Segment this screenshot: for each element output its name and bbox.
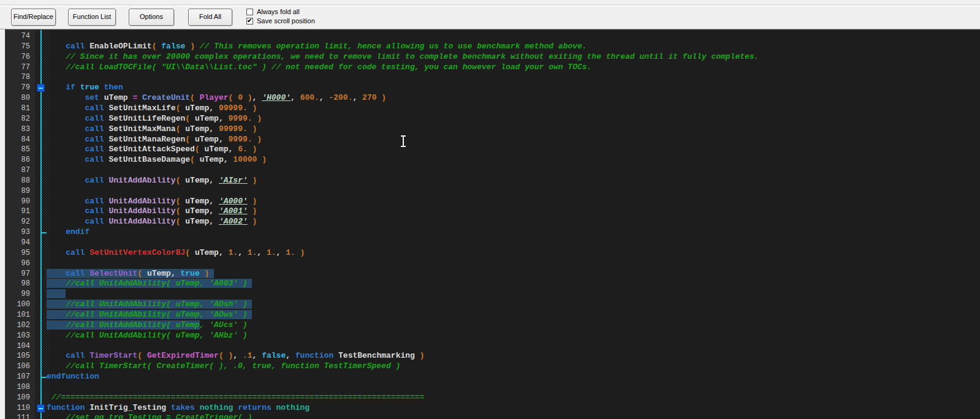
code-line[interactable]: 107endfunction (6, 372, 980, 382)
line-number: 111 (6, 413, 30, 419)
code-line[interactable]: 105 call TimerStart( GetExpiredTimer( ),… (6, 351, 980, 361)
line-number: 86 (6, 155, 30, 165)
code-editor[interactable]: 7475 call EnableOPLimit( false ) // This… (5, 29, 980, 419)
code-line[interactable]: 74 (6, 31, 980, 42)
code-line[interactable]: 95 call SetUnitVertexColorBJ( uTemp, 1.,… (6, 248, 980, 259)
fold-end-tick (41, 377, 47, 378)
code-text: //call UnitAddAbility( uTemp, 'A003' ) (47, 279, 252, 289)
line-number: 93 (6, 227, 30, 238)
code-line[interactable]: 109 //==================================… (6, 393, 980, 403)
code-text: call SetUnitLifeRegen( uTemp, 9999. ) (47, 114, 262, 124)
code-line[interactable]: 93 endif (6, 227, 980, 238)
code-line[interactable]: 87 (6, 165, 980, 176)
code-text: set uTemp = CreateUnit( Player( 0 ), 'H0… (47, 93, 386, 104)
function-list-button[interactable]: Function List (68, 9, 116, 26)
editor-toolbar: Find/Replace Function List Options Fold … (0, 0, 980, 29)
code-text: call UnitAddAbility( uTemp, 'A002' ) (47, 217, 257, 227)
code-line[interactable]: 91 call UnitAddAbility( uTemp, 'A001' ) (6, 206, 980, 217)
line-number: 104 (6, 341, 30, 352)
line-number: 77 (6, 62, 30, 73)
code-text: //call UnitAddAbility( uTemp, 'AOws' ) (47, 310, 252, 320)
line-number: 105 (6, 351, 30, 361)
line-number: 90 (6, 197, 30, 207)
line-number: 88 (6, 176, 30, 186)
line-number: 109 (6, 393, 30, 403)
code-line[interactable]: 102 //call UnitAddAbility( uTemp, 'AUcs'… (6, 320, 980, 331)
line-number: 91 (6, 206, 30, 217)
code-text: call SetUnitAttackSpeed( uTemp, 6. ) (47, 145, 257, 155)
code-line[interactable]: 79 if true then (6, 83, 980, 93)
code-line[interactable]: 103 //call UnitAddAbility( uTemp, 'AHbz'… (6, 331, 980, 341)
line-number: 92 (6, 217, 30, 227)
fold-collapse-button[interactable] (37, 84, 45, 92)
fold-all-button[interactable]: Fold All (188, 9, 232, 26)
code-text: endif (47, 227, 89, 238)
always-fold-all-checkbox[interactable] (246, 9, 253, 15)
code-line[interactable]: 81 call SetUnitMaxLife( uTemp, 99999. ) (6, 104, 980, 114)
code-text: if true then (47, 83, 123, 93)
line-number: 96 (6, 259, 30, 269)
line-number: 79 (6, 83, 30, 93)
code-line[interactable]: 96 (6, 259, 980, 269)
code-line[interactable]: 100 //call UnitAddAbility( uTemp, 'AOsh'… (6, 300, 980, 310)
find-replace-button[interactable]: Find/Replace (11, 9, 56, 26)
code-text: //call UnitAddAbility( uTemp, 'AOsh' ) (47, 300, 252, 310)
code-line[interactable]: 101 //call UnitAddAbility( uTemp, 'AOws'… (6, 310, 980, 320)
code-line[interactable]: 85 call SetUnitAttackSpeed( uTemp, 6. ) (6, 145, 980, 155)
line-number: 81 (6, 104, 30, 114)
save-scroll-position-label: Save scroll position (257, 17, 315, 25)
code-line[interactable]: 106 //call TimerStart( CreateTimer( ), .… (6, 361, 980, 372)
code-line[interactable]: 86 call SetUnitBaseDamage( uTemp, 10000 … (6, 155, 980, 165)
code-line[interactable]: 104 (6, 341, 980, 352)
line-number: 97 (6, 269, 30, 279)
code-line[interactable]: 80 set uTemp = CreateUnit( Player( 0 ), … (6, 93, 980, 104)
code-line[interactable]: 82 call SetUnitLifeRegen( uTemp, 9999. ) (6, 114, 980, 124)
code-text: //set gg_trg_Testing = CreateTrigger( ) (47, 413, 252, 419)
code-line[interactable]: 108 (6, 382, 980, 393)
code-line[interactable]: 77 //call LoadTOCFile( "UI\\Data\\List.t… (6, 62, 980, 73)
code-line[interactable]: 99 (6, 289, 980, 300)
code-text: call UnitAddAbility( uTemp, 'AIsr' ) (47, 176, 257, 186)
code-line[interactable]: 89 (6, 186, 980, 197)
line-number: 76 (6, 52, 30, 62)
code-line[interactable]: 98 //call UnitAddAbility( uTemp, 'A003' … (6, 279, 980, 289)
code-text: //call UnitAddAbility( uTemp, 'AUcs' ) (47, 320, 248, 331)
code-text: call UnitAddAbility( uTemp, 'A001' ) (47, 206, 257, 217)
line-number: 82 (6, 114, 30, 124)
code-line[interactable]: 76 // Since it has over 20000 complex op… (6, 52, 980, 62)
code-line[interactable]: 88 call UnitAddAbility( uTemp, 'AIsr' ) (6, 176, 980, 186)
line-number: 95 (6, 248, 30, 259)
fold-end-tick (41, 232, 47, 233)
options-button[interactable]: Options (129, 9, 174, 26)
code-line[interactable]: 92 call UnitAddAbility( uTemp, 'A002' ) (6, 217, 980, 227)
line-number: 99 (6, 289, 30, 300)
code-line[interactable]: 110function InitTrig_Testing takes nothi… (6, 403, 980, 413)
ibeam-mouse-cursor (400, 135, 407, 147)
code-text: call SetUnitVertexColorBJ( uTemp, 1., 1.… (47, 248, 305, 259)
code-text: //call TimerStart( CreateTimer( ), .0, t… (47, 361, 400, 372)
code-text (47, 289, 66, 300)
line-number: 102 (6, 320, 30, 331)
line-number: 80 (6, 93, 30, 104)
code-line[interactable]: 90 call UnitAddAbility( uTemp, 'A000' ) (6, 197, 980, 207)
line-number: 89 (6, 186, 30, 197)
line-number: 87 (6, 165, 30, 176)
code-text: //======================================… (47, 393, 424, 403)
code-text: call SelectUnit( uTemp, true ) (47, 269, 214, 279)
code-line[interactable]: 83 call SetUnitMaxMana( uTemp, 99999. ) (6, 124, 980, 135)
fold-collapse-button[interactable] (37, 404, 45, 412)
code-line[interactable]: 111 //set gg_trg_Testing = CreateTrigger… (6, 413, 980, 419)
code-text: call SetUnitMaxMana( uTemp, 99999. ) (47, 124, 257, 135)
line-number: 74 (6, 31, 30, 42)
code-line[interactable]: 94 (6, 238, 980, 248)
code-text: //call UnitAddAbility( uTemp, 'AHbz' ) (47, 331, 248, 341)
code-line[interactable]: 75 call EnableOPLimit( false ) // This r… (6, 42, 980, 52)
code-text: // Since it has over 20000 complex opera… (47, 52, 759, 62)
line-number: 94 (6, 238, 30, 248)
line-number: 101 (6, 310, 30, 320)
code-line[interactable]: 78 (6, 72, 980, 83)
code-line[interactable]: 84 call SetUnitManaRegen( uTemp, 9999. ) (6, 135, 980, 145)
code-line[interactable]: 97 call SelectUnit( uTemp, true ) (6, 269, 980, 279)
line-number: 85 (6, 145, 30, 155)
save-scroll-position-checkbox[interactable] (246, 18, 253, 25)
